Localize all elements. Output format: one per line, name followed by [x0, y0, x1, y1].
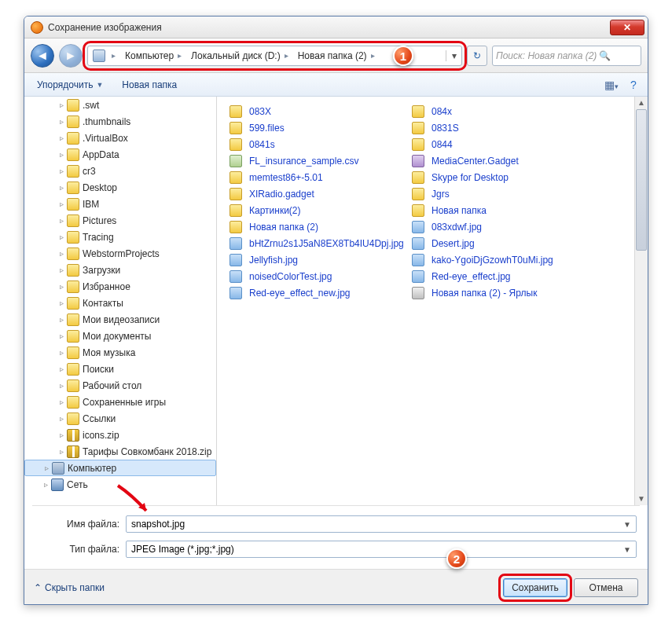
tree-item[interactable]: ▹Компьютер [24, 460, 216, 476]
expand-icon[interactable]: ▹ [56, 249, 67, 258]
tree-item[interactable]: ▹icons.zip [24, 427, 216, 443]
tree-item[interactable]: ▹IBM [24, 196, 216, 212]
tree-item[interactable]: ▹Ссылки [24, 410, 216, 427]
filename-input[interactable]: snapshot.jpg ▼ [126, 515, 637, 533]
folder-icon [230, 122, 242, 134]
expand-icon[interactable]: ▹ [56, 365, 67, 373]
file-item[interactable]: 599.files [226, 119, 409, 136]
file-item[interactable]: Новая папка [409, 202, 591, 218]
tree-item[interactable]: ▹Мои документы [24, 328, 216, 344]
expand-icon[interactable]: ▹ [56, 431, 67, 439]
breadcrumb-root[interactable]: ▸ [88, 50, 120, 62]
expand-icon[interactable]: ▹ [56, 299, 67, 307]
expand-icon[interactable]: ▹ [56, 200, 67, 208]
tree-item[interactable]: ▹AppData [24, 146, 216, 163]
expand-icon[interactable]: ▹ [56, 414, 67, 423]
expand-icon[interactable]: ▹ [56, 266, 67, 274]
breadcrumb-segment[interactable]: Компьютер▸ [120, 50, 186, 61]
file-item[interactable]: 0844 [409, 136, 591, 152]
scroll-down-icon[interactable]: ▼ [635, 493, 648, 505]
file-item[interactable]: XIRadio.gadget [226, 185, 409, 202]
expand-icon[interactable]: ▹ [56, 398, 67, 406]
hide-folders-link[interactable]: ⌃ Скрыть папки [34, 582, 105, 593]
expand-icon[interactable]: ▹ [56, 134, 67, 142]
tree-item[interactable]: ▹cr3 [24, 163, 216, 179]
file-item[interactable]: 0831S [409, 119, 591, 136]
expand-icon[interactable]: ▹ [56, 447, 67, 456]
expand-icon[interactable]: ▹ [56, 332, 67, 340]
help-button[interactable]: ? [624, 79, 643, 91]
tree-item[interactable]: ▹Pictures [24, 212, 216, 229]
tree-item-label: IBM [83, 199, 99, 210]
tree-item[interactable]: ▹.thumbnails [24, 113, 216, 130]
file-item[interactable]: Red-eye_effect.jpg [409, 268, 591, 284]
tree-item[interactable]: ▹Загрузки [24, 262, 216, 278]
tree-item[interactable]: ▹Tracing [24, 229, 216, 245]
view-button[interactable]: ▦▾ [602, 79, 621, 91]
file-item[interactable]: kako-YgoiDjGzowhT0uMi.jpg [409, 251, 591, 268]
address-dropdown[interactable]: ▾ [446, 50, 461, 61]
folder-tree[interactable]: ▹.swt▹.thumbnails▹.VirtualBox▹AppData▹cr… [24, 97, 217, 505]
file-item[interactable]: bHtZrnu2s1J5aN8EX8Tb4IU4Dpj.jpg [226, 235, 409, 251]
expand-icon[interactable]: ▹ [40, 480, 51, 489]
file-item[interactable]: 083xdwf.jpg [409, 218, 591, 235]
tree-item[interactable]: ▹Избранное [24, 278, 216, 295]
file-item[interactable]: FL_insurance_sample.csv [226, 152, 409, 169]
tree-item[interactable]: ▹Контакты [24, 295, 216, 311]
file-item[interactable]: Новая папка (2) [226, 218, 409, 235]
file-item[interactable]: Desert.jpg [409, 235, 591, 251]
expand-icon[interactable]: ▹ [56, 216, 67, 225]
expand-icon[interactable]: ▹ [56, 315, 67, 324]
file-item[interactable]: noisedColorTest.jpg [226, 268, 409, 284]
nav-back-button[interactable]: ◄ [31, 44, 54, 68]
file-item[interactable]: Jellyfish.jpg [226, 251, 409, 268]
list-scrollbar[interactable]: ▲ ▼ [634, 97, 648, 505]
file-item[interactable]: Jgrs [409, 185, 591, 202]
refresh-button[interactable]: ↻ [467, 46, 487, 66]
expand-icon[interactable]: ▹ [56, 167, 67, 175]
file-item[interactable]: Новая папка (2) - Ярлык [409, 284, 591, 301]
tree-item[interactable]: ▹.VirtualBox [24, 130, 216, 146]
file-item[interactable]: Red-eye_effect_new.jpg [226, 284, 409, 301]
search-input[interactable]: Поиск: Новая папка (2) 🔍 [492, 46, 641, 66]
tree-item[interactable]: ▹.swt [24, 97, 216, 113]
chevron-down-icon[interactable]: ▼ [623, 520, 631, 529]
expand-icon[interactable]: ▹ [56, 348, 67, 357]
tree-item[interactable]: ▹Тарифы Совкомбанк 2018.zip [24, 443, 216, 460]
breadcrumb-segment[interactable]: Новая папка (2)▸ [293, 50, 380, 61]
expand-icon[interactable]: ▹ [56, 183, 67, 192]
cancel-button[interactable]: Отмена [574, 578, 638, 597]
tree-item[interactable]: ▹Сохраненные игры [24, 394, 216, 410]
organize-button[interactable]: Упорядочить ▼ [29, 76, 111, 94]
file-item[interactable]: memtest86+-5.01 [226, 169, 409, 185]
breadcrumb-segment[interactable]: Локальный диск (D:)▸ [186, 50, 293, 61]
tree-item[interactable]: ▹Desktop [24, 179, 216, 196]
file-item[interactable]: 0841s [226, 136, 409, 152]
tree-item[interactable]: ▹Моя музыка [24, 344, 216, 361]
file-item[interactable]: 084x [409, 103, 591, 119]
expand-icon[interactable]: ▹ [56, 150, 67, 159]
file-item[interactable]: Картинки(2) [226, 202, 409, 218]
tree-item[interactable]: ▹Рабочий стол [24, 377, 216, 394]
expand-icon[interactable]: ▹ [56, 117, 67, 126]
close-button[interactable]: ✕ [610, 20, 644, 35]
expand-icon[interactable]: ▹ [56, 101, 67, 109]
tree-item[interactable]: ▹Сеть [24, 476, 216, 493]
scroll-up-icon[interactable]: ▲ [635, 97, 648, 109]
expand-icon[interactable]: ▹ [56, 282, 67, 291]
save-button[interactable]: Сохранить [503, 578, 567, 597]
tree-item[interactable]: ▹WebstormProjects [24, 245, 216, 262]
tree-item[interactable]: ▹Поиски [24, 361, 216, 377]
tree-item[interactable]: ▹Мои видеозаписи [24, 311, 216, 328]
nav-forward-button[interactable]: ► [59, 44, 83, 68]
filetype-select[interactable]: JPEG Image (*.jpg;*.jpg) ▼ [126, 541, 637, 558]
file-item[interactable]: 083X [226, 103, 409, 119]
expand-icon[interactable]: ▹ [56, 381, 67, 390]
file-item[interactable]: Skype for Desktop [409, 169, 591, 185]
scroll-thumb[interactable] [636, 109, 647, 251]
file-item[interactable]: MediaCenter.Gadget [409, 152, 591, 169]
new-folder-button[interactable]: Новая папка [114, 76, 185, 94]
expand-icon[interactable]: ▹ [41, 464, 52, 472]
expand-icon[interactable]: ▹ [56, 233, 67, 241]
chevron-down-icon[interactable]: ▼ [623, 545, 631, 554]
